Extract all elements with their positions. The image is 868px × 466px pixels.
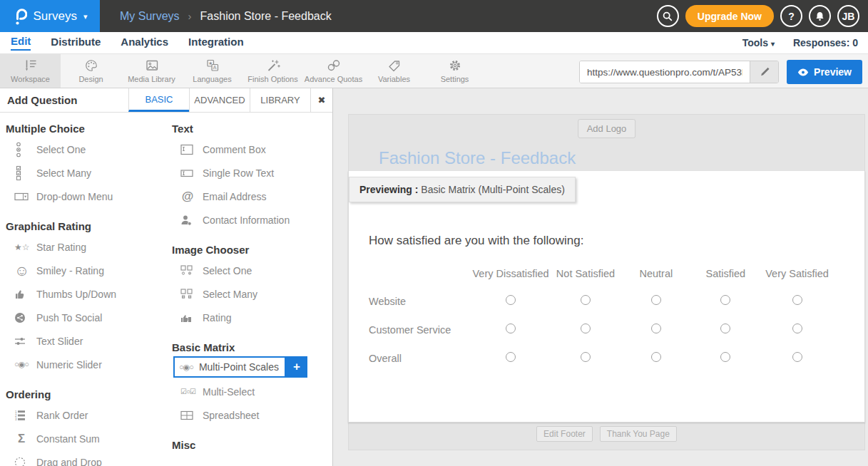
upgrade-now-button[interactable]: Upgrade Now [685,5,774,27]
toolbar-item-media-library[interactable]: Media Library [121,54,182,88]
eye-icon [797,68,809,76]
drag-icon [14,457,29,466]
radio-button[interactable] [506,323,516,333]
question-type-numeric-slider[interactable]: ○◉○ Numeric Slider [6,353,166,376]
breadcrumb-current: Fashion Store - Feedback [200,10,332,23]
question-type-star-rating[interactable]: ★☆ Star Rating [6,235,166,259]
add-logo-button[interactable]: Add Logo [578,119,636,138]
spreadsheet-icon [180,410,195,420]
question-type-spreadsheet[interactable]: Spreadsheet [172,403,332,427]
question-type-contact-information[interactable]: Contact Information [172,208,332,232]
svg-text:1: 1 [15,410,17,413]
single-row-text-icon [180,168,195,178]
matrix-row-label: Customer Service [357,316,471,344]
question-type-text-slider[interactable]: Text Slider [6,329,166,353]
email-icon: @ [180,190,195,204]
survey-title[interactable]: Fashion Store - Feedback [379,148,576,168]
radio-button[interactable] [651,352,661,362]
svg-text:2: 2 [15,414,17,418]
image-select-many-icon [180,289,195,299]
question-type-image-rating[interactable]: Rating [172,306,332,329]
tab-integration[interactable]: Integration [188,36,244,50]
radio-button[interactable] [651,323,661,333]
question-type-image-select-many[interactable]: Select Many [172,282,332,306]
question-type-multi-select[interactable]: ☑○☑ Multi-Select [172,380,332,403]
radio-button[interactable] [506,352,516,362]
tools-menu[interactable]: Tools ▾ [742,37,775,48]
question-type-constant-sum[interactable]: Σ Constant Sum [6,427,166,450]
notifications-button[interactable] [809,5,831,27]
matrix-row-label: Website [357,287,471,316]
bell-icon [815,11,825,22]
radio-button[interactable] [792,295,802,305]
chevron-down-icon: ▾ [771,40,775,48]
workspace-icon [23,58,39,73]
matrix-column-header: Not Satisfied [550,260,621,287]
question-type-select-many[interactable]: Select Many [6,161,166,185]
toolbar-item-advance-quotas[interactable]: Advance Quotas [303,54,364,88]
edit-footer-button[interactable]: Edit Footer [536,426,593,442]
radio-button[interactable] [792,323,802,333]
question-text[interactable]: How satisfied are you with the following… [369,234,583,248]
help-button[interactable]: ? [780,5,802,27]
question-type-push-to-social[interactable]: Push To Social [6,306,166,329]
radio-button[interactable] [581,323,591,333]
question-type-comment-box[interactable]: Comment Box [172,138,332,161]
tab-distribute[interactable]: Distribute [51,36,101,50]
matrix-row-label: Overall [357,344,471,373]
breadcrumb-separator: › [188,10,192,22]
radio-button[interactable] [792,352,802,362]
avatar[interactable]: JB [837,5,859,27]
question-type-email-address[interactable]: @ Email Address [172,185,332,208]
question-type-drag-and-drop[interactable]: Drag and Drop [6,450,166,466]
tab-advanced[interactable]: ADVANCED [189,88,250,112]
matrix-column-header: Very Dissatisfied [471,260,550,287]
tab-library[interactable]: LIBRARY [250,88,310,112]
thank-you-page-button[interactable]: Thank You Page [600,426,677,442]
question-type-select-one[interactable]: Select One [6,138,166,161]
question-type-smiley-rating[interactable]: ☺ Smiley - Rating [6,259,166,282]
close-panel-button[interactable]: ✖ [310,88,332,112]
toolbar-item-finish-options[interactable]: Finish Options [242,54,303,88]
radio-button[interactable] [720,352,730,362]
radio-button[interactable] [581,352,591,362]
radio-button[interactable] [651,295,661,305]
add-question-plus-button[interactable]: + [286,356,307,378]
brand-menu[interactable]: Surveys ▾ [0,0,100,32]
question-type-dropdown-menu[interactable]: Drop-down Menu [6,185,166,208]
tab-edit[interactable]: Edit [11,35,31,51]
radio-button[interactable] [720,295,730,305]
tab-analytics[interactable]: Analytics [121,36,168,50]
toolbar-item-variables[interactable]: Variables [364,54,424,88]
radio-list-icon [14,142,29,157]
thumbs-up-icon [14,289,29,300]
breadcrumb-parent[interactable]: My Surveys [120,10,180,23]
responses-count[interactable]: Responses: 0 [793,37,858,48]
question-type-image-select-one[interactable]: Select One [172,259,332,282]
preview-button[interactable]: Preview [787,60,862,84]
edit-url-button[interactable] [750,61,778,83]
toolbar-item-design[interactable]: Design [61,54,121,88]
question-mark-icon: ? [788,11,795,22]
radio-button[interactable] [506,295,516,305]
question-type-rank-order[interactable]: 1 2 3 Rank Order [6,403,166,427]
radio-button[interactable] [720,323,730,333]
add-question-panel: Add Question BASIC ADVANCED LIBRARY ✖ Mu… [0,88,333,466]
toolbar-item-languages[interactable]: ★ A Languages [182,54,242,88]
survey-toolbar: Workspace Design Media Library ★ [0,54,868,88]
question-type-multi-point-scales[interactable]: ○◉○ Multi-Point Scales + [173,356,332,378]
survey-url-input[interactable] [580,61,750,83]
question-type-thumbs-up-down[interactable]: Thumbs Up/Down [6,282,166,306]
magic-wand-icon [265,58,281,73]
toolbar-item-workspace[interactable]: Workspace [0,54,61,88]
section-title-misc: Misc [172,439,332,451]
radio-button[interactable] [581,295,591,305]
close-icon: ✖ [318,95,326,105]
tab-basic[interactable]: BASIC [128,88,189,112]
search-button[interactable] [657,5,679,27]
top-bar: Surveys ▾ My Surveys › Fashion Store - F… [0,0,868,32]
toolbar-item-settings[interactable]: Settings [424,54,485,88]
slider-icon [14,336,29,346]
question-type-single-row-text[interactable]: Single Row Text [172,161,332,185]
checkbox-list-icon [14,165,29,181]
